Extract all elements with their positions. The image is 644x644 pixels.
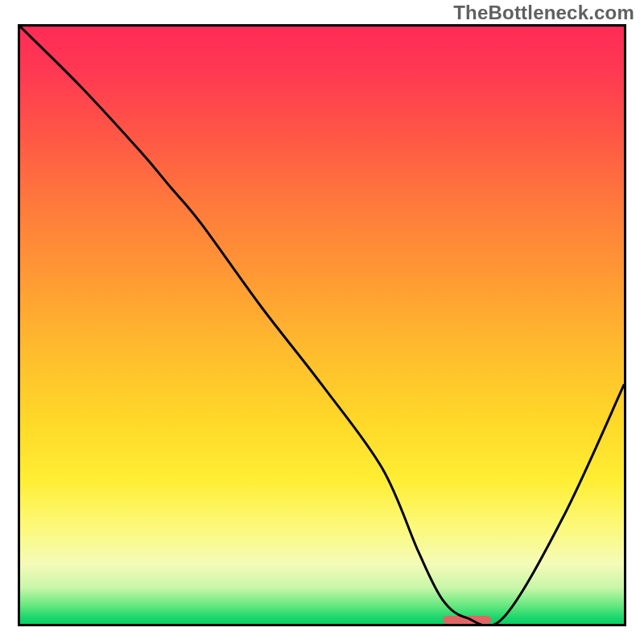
bottleneck-curve	[20, 27, 624, 624]
chart-stage: TheBottleneck.com	[0, 0, 644, 644]
plot-frame	[18, 24, 626, 626]
watermark-text: TheBottleneck.com	[453, 2, 634, 24]
